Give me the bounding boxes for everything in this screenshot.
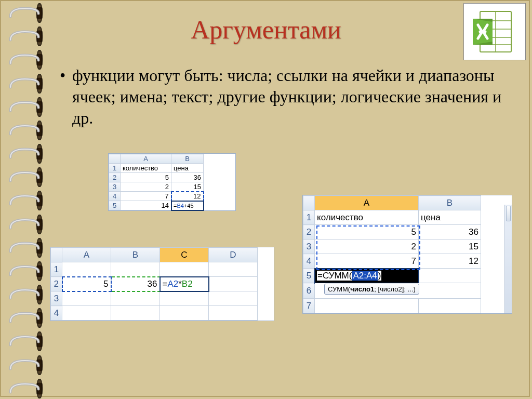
cell: [315, 299, 419, 313]
bullet-text: •функции могут быть: числа; ссылки на яч…: [60, 65, 512, 129]
formula-ref1: A2: [167, 279, 178, 289]
row-header: 1: [109, 164, 121, 173]
cell: 7: [121, 192, 171, 201]
cell: цена: [419, 210, 481, 225]
cell: 2: [121, 182, 171, 192]
row-header: 3: [303, 240, 315, 254]
col-header-a: A: [121, 154, 171, 164]
cell: количество: [121, 164, 171, 173]
slide-title: Аргументами: [0, 15, 532, 45]
row-header: 4: [109, 192, 121, 201]
cell-referenced: 36: [111, 277, 160, 291]
row-header: 1: [51, 262, 62, 277]
col-header-b: B: [171, 154, 204, 164]
cell: [160, 306, 209, 321]
bullet-marker: •: [60, 65, 72, 86]
col-header-c-selected: C: [160, 248, 209, 262]
col-header-a: A: [62, 248, 111, 262]
row-header: 6: [303, 283, 315, 299]
cell: [62, 291, 111, 306]
row-header: 2: [303, 225, 315, 240]
row-header: 4: [51, 306, 62, 321]
cell: 36: [419, 225, 481, 240]
cell: [209, 277, 258, 291]
formula-range: A2:A4: [352, 271, 377, 281]
cell: [111, 291, 160, 306]
spreadsheet-sum: A B 1 количество цена 2 5 36 3 2 15 4 7: [302, 195, 512, 314]
formula-prefix: =: [163, 279, 168, 289]
scrollbar-vertical[interactable]: [504, 205, 512, 313]
tooltip-fn: СУММ(: [328, 285, 350, 293]
cell: 36: [171, 173, 204, 182]
cell: 7: [315, 254, 419, 269]
row-header: 1: [303, 210, 315, 225]
cell: [209, 262, 258, 277]
formula-ref: B4: [177, 203, 183, 209]
cell-formula-editing[interactable]: =B4+45: [171, 201, 204, 210]
formula-op: *: [178, 279, 182, 289]
cell-referenced: 5: [62, 277, 111, 291]
cell: [62, 306, 111, 321]
col-header-b: B: [419, 196, 481, 210]
corner-cell: [109, 154, 121, 164]
formula-suffix: +45: [184, 203, 194, 209]
corner-cell: [303, 196, 315, 210]
row-header: 3: [109, 182, 121, 192]
formula-prefix: =СУММ(: [317, 271, 352, 281]
row-header: 4: [303, 254, 315, 269]
bullet-content: функции могут быть: числа; ссылки на яче…: [72, 65, 503, 129]
cell: 5: [315, 225, 419, 240]
spreadsheet-multiply: A B C D 1 2 5 36 =A2*B2 3: [50, 247, 274, 321]
cell-formula-editing[interactable]: =СУММ(A2:A4): [315, 269, 419, 283]
cell: количество: [315, 210, 419, 225]
cell: 12: [419, 254, 481, 269]
cell-formula-editing[interactable]: =A2*B2: [160, 277, 209, 291]
cell: 2: [315, 240, 419, 254]
cell: 14: [121, 201, 171, 210]
cell: [160, 291, 209, 306]
formula-suffix: ): [378, 271, 382, 281]
row-header: 3: [51, 291, 62, 306]
cell: [160, 262, 209, 277]
spiral-binding: [4, 0, 46, 399]
col-header-d: D: [209, 248, 258, 262]
cell: 15: [419, 240, 481, 254]
col-header-a-selected: A: [315, 196, 419, 210]
tooltip-rest: ; [число2]; ...): [374, 285, 416, 293]
row-header: 2: [109, 173, 121, 182]
cell: 15: [171, 182, 204, 192]
cell: [209, 291, 258, 306]
row-header: 7: [303, 299, 315, 313]
cell: цена: [171, 164, 204, 173]
cell: 5: [121, 173, 171, 182]
function-tooltip: СУММ(число1; [число2]; ...): [324, 284, 419, 295]
formula-ref2: B2: [182, 279, 193, 289]
row-header: 5: [109, 201, 121, 210]
row-header: 5: [303, 269, 315, 283]
cell: [111, 262, 160, 277]
cell: [111, 306, 160, 321]
presentation-slide: Аргументами •функции могут быть: числа; …: [0, 0, 532, 399]
cell: [62, 262, 111, 277]
tooltip-arg-bold: число1: [350, 285, 374, 293]
corner-cell: [51, 248, 62, 262]
row-header: 2: [51, 277, 62, 291]
spreadsheet-small: A B 1 количество цена 2 5 36 3 2 15 4 7: [108, 153, 236, 211]
cell: [419, 269, 481, 283]
cell: [209, 306, 258, 321]
col-header-b: B: [111, 248, 160, 262]
cell: [419, 299, 481, 313]
cell-referenced: 12: [171, 192, 204, 201]
